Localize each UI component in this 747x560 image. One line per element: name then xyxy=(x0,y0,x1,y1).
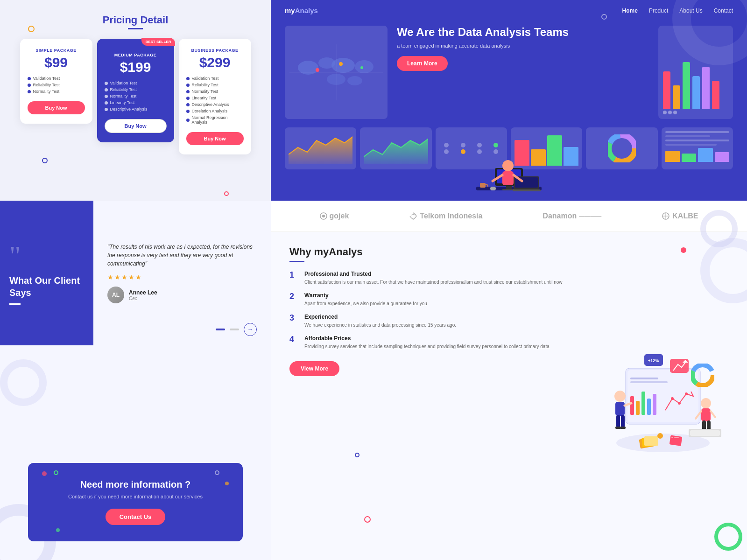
nav-home[interactable]: Home xyxy=(622,7,638,14)
why-body-1: Client satisfaction is our main asset. F… xyxy=(304,279,563,286)
business-buy-button[interactable]: Buy Now xyxy=(186,132,244,145)
svg-rect-61 xyxy=(690,430,720,436)
mini-bar xyxy=(715,152,729,162)
area-chart-svg-2 xyxy=(364,131,428,164)
testimonial-panel: " What Our Client Says "The results of h… xyxy=(0,201,271,345)
svg-rect-40 xyxy=(636,401,640,415)
why-title: Why myAnalys xyxy=(289,246,588,258)
svg-point-23 xyxy=(502,160,514,171)
chart-line xyxy=(665,131,729,133)
svg-rect-39 xyxy=(630,396,634,415)
testimonial-left: " What Our Client Says xyxy=(0,201,93,345)
status-dot xyxy=(444,149,449,154)
svg-rect-51 xyxy=(621,415,625,428)
mini-bars xyxy=(665,148,729,162)
svg-point-2 xyxy=(331,58,355,73)
bar-6 xyxy=(712,81,719,109)
svg-point-5 xyxy=(347,76,362,85)
svg-rect-27 xyxy=(490,187,496,190)
medium-pkg-name: MEDIUM PACKAGE xyxy=(105,53,167,57)
quote-mark: " xyxy=(9,242,84,270)
medium-buy-button[interactable]: Buy Now xyxy=(105,119,167,133)
svg-rect-53 xyxy=(620,427,626,429)
why-title-2: Warranty xyxy=(304,292,427,299)
bar-1 xyxy=(663,71,670,109)
deco-circle-3 xyxy=(42,158,48,163)
learn-more-button[interactable]: Learn More xyxy=(397,56,448,71)
svg-rect-55 xyxy=(701,408,711,421)
testimonial-next-button[interactable]: → xyxy=(244,323,257,336)
world-map-svg xyxy=(289,44,383,100)
reviewer-avatar: AL xyxy=(107,287,124,303)
feature-item: Normal Regression Analysis xyxy=(186,115,244,125)
why-content-3: Experienced We have experience in statis… xyxy=(304,314,456,329)
desk-svg xyxy=(467,145,551,201)
nav-contact[interactable]: Contact xyxy=(714,7,733,14)
chart-line xyxy=(665,135,710,137)
chart-board-2 xyxy=(360,127,431,169)
hero-logo-accent: Analys xyxy=(295,7,318,14)
svg-point-45 xyxy=(678,402,681,405)
bar xyxy=(564,147,578,166)
pricing-title: Pricing Detail xyxy=(14,14,257,26)
why-title-1: Professional and Trusted xyxy=(304,271,563,277)
hero-chart-box xyxy=(658,26,733,119)
svg-rect-41 xyxy=(641,392,645,415)
feature-item: Normality Test xyxy=(105,94,167,98)
why-item-1: 1 Professional and Trusted Client satisf… xyxy=(289,271,588,286)
chart-line xyxy=(665,144,717,146)
why-title-3: Experienced xyxy=(304,314,456,320)
feature-item: Descriptive Analysis xyxy=(105,107,167,112)
contact-us-button[interactable]: Contact Us xyxy=(106,509,166,525)
view-more-button[interactable]: View More xyxy=(289,361,339,376)
desk-illustration xyxy=(467,145,551,201)
hero-text-area: We Are the Data Analysis Teams a team en… xyxy=(397,26,649,119)
testi-dot xyxy=(230,329,239,330)
cta-dot-white xyxy=(215,470,219,475)
danamon-underline: ———— xyxy=(579,213,601,219)
svg-text:+12%: +12% xyxy=(648,358,659,363)
chart-line xyxy=(665,140,729,141)
cta-dot-yellow xyxy=(225,482,229,485)
nav-product[interactable]: Product xyxy=(649,7,668,14)
why-content-4: Affordable Prices Providing survey servi… xyxy=(304,335,550,350)
hero-nav: myAnalys Home Product About Us Contact xyxy=(271,0,747,21)
svg-rect-72 xyxy=(669,435,683,446)
deco-circle-4 xyxy=(224,191,229,196)
feature-item: Normality Test xyxy=(186,89,244,94)
bar-4 xyxy=(692,76,700,109)
medium-package-card: BEST SELLER MEDIUM PACKAGE $199 Validati… xyxy=(97,39,174,142)
chart-dots-row xyxy=(663,111,728,114)
feature-item: Validation Test xyxy=(105,81,167,85)
isometric-illustration: +12% xyxy=(598,331,728,462)
pricing-underline xyxy=(128,28,143,29)
cta-dot-green xyxy=(54,470,58,475)
feature-item: Reliability Test xyxy=(28,83,85,87)
business-pkg-name: BUSINESS PACKAGE xyxy=(186,48,244,53)
why-right: +12% xyxy=(598,246,728,546)
pie-chart-svg xyxy=(608,134,636,162)
lines-board xyxy=(662,127,733,169)
testimonial-stars: ★★★★★ xyxy=(107,273,257,281)
simple-pkg-name: SIMPLE PACKAGE xyxy=(28,48,85,53)
svg-point-46 xyxy=(685,392,688,395)
testimonial-quote: "The results of his work are as I expect… xyxy=(107,243,257,268)
testimonial-nav: → xyxy=(216,323,257,336)
feature-item: Reliability Test xyxy=(186,83,244,87)
nav-about[interactable]: About Us xyxy=(679,7,702,14)
logo-danamon: Danamon ———— xyxy=(543,212,601,220)
best-seller-badge: BEST SELLER xyxy=(141,38,175,46)
why-section: Why myAnalys 1 Professional and Trusted … xyxy=(271,232,747,560)
pricing-cards: SIMPLE PACKAGE $99 Validation Test Relia… xyxy=(14,39,257,154)
why-body-2: Apart from experience, we also provide a… xyxy=(304,300,427,307)
hero-logo: myAnalys xyxy=(285,7,318,14)
cta-deco-2 xyxy=(0,359,47,406)
why-item-3: 3 Experienced We have experience in stat… xyxy=(289,314,588,329)
logos-row: gojek Telkom Indonesia Danamon ———— xyxy=(271,201,747,232)
right-panel: gojek Telkom Indonesia Danamon ———— xyxy=(271,201,747,560)
simple-package-card: SIMPLE PACKAGE $99 Validation Test Relia… xyxy=(20,39,92,124)
kalbe-icon xyxy=(662,212,670,220)
status-dot-warn xyxy=(461,149,465,154)
simple-buy-button[interactable]: Buy Now xyxy=(28,101,85,114)
svg-point-0 xyxy=(298,61,318,75)
